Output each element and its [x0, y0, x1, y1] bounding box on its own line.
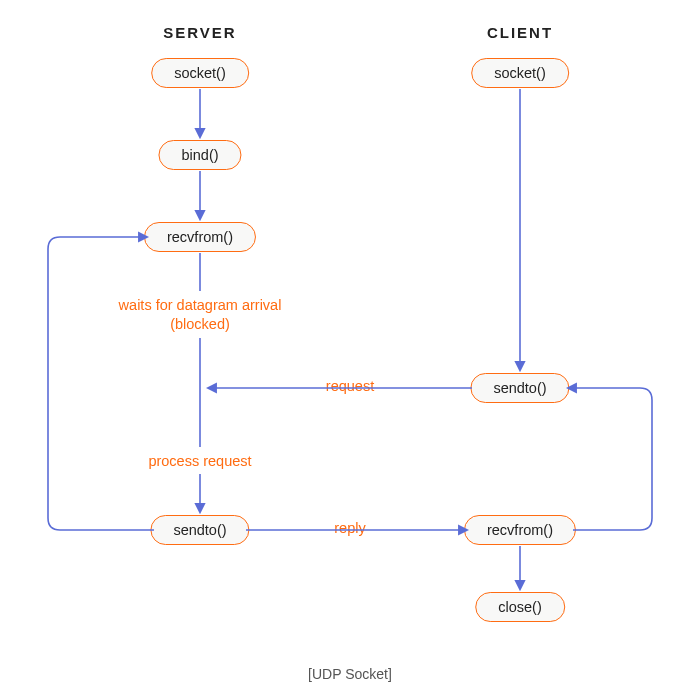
waits-annotation-line1: waits for datagram arrival — [119, 297, 282, 313]
server-recvfrom-node: recvfrom() — [144, 222, 256, 252]
client-close-node: close() — [475, 592, 565, 622]
client-socket-node: socket() — [471, 58, 569, 88]
waits-annotation-line2: (blocked) — [170, 316, 230, 332]
request-annotation: request — [326, 378, 374, 394]
process-annotation: process request — [148, 453, 251, 469]
server-sendto-node: sendto() — [150, 515, 249, 545]
server-heading: SERVER — [163, 24, 236, 41]
client-heading: CLIENT — [487, 24, 553, 41]
client-sendto-node: sendto() — [470, 373, 569, 403]
server-bind-node: bind() — [158, 140, 241, 170]
arrow-server-loop-back — [48, 237, 154, 530]
arrow-client-loop-back — [568, 388, 652, 530]
client-recvfrom-node: recvfrom() — [464, 515, 576, 545]
reply-annotation: reply — [334, 520, 365, 536]
flow-arrows — [0, 0, 700, 700]
diagram-caption: [UDP Socket] — [308, 666, 392, 682]
server-socket-node: socket() — [151, 58, 249, 88]
